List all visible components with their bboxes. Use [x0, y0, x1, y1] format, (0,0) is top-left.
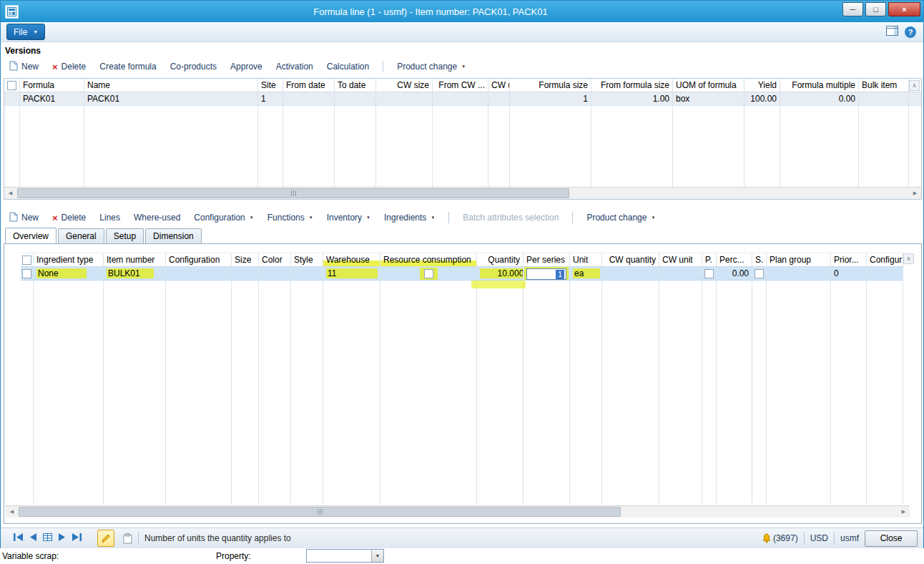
scroll-up-icon[interactable]: ∧	[909, 80, 920, 91]
cell-color[interactable]	[259, 267, 291, 281]
cell-size[interactable]	[232, 267, 259, 281]
cell-from-date[interactable]	[283, 92, 335, 106]
cell-formula[interactable]: PACK01	[20, 92, 84, 106]
col-uom-of-formula[interactable]: UOM of formula	[673, 79, 744, 92]
scroll-left-icon[interactable]: ◀	[4, 188, 16, 199]
per-series-input[interactable]: 1	[526, 268, 566, 280]
layout-icon[interactable]	[886, 26, 898, 38]
col-configur[interactable]: Configur...	[867, 253, 903, 267]
col-from-date[interactable]: From date	[283, 79, 335, 92]
scroll-up-icon[interactable]: ∧	[903, 253, 914, 264]
cell-warehouse[interactable]: 11	[323, 267, 380, 281]
close-button[interactable]: Close	[865, 530, 918, 547]
resource-consumption-checkbox[interactable]	[424, 269, 433, 278]
scrollbar-thumb[interactable]	[19, 507, 621, 517]
versions-row[interactable]: PACK01 PACK01 1 1 1.00 box 100.00 0.00	[4, 92, 921, 106]
alerts-button[interactable]: (3697)	[762, 533, 798, 543]
col-size[interactable]: Size	[232, 253, 259, 267]
select-all-checkbox[interactable]	[7, 81, 16, 90]
lines-button[interactable]: Lines	[99, 213, 120, 223]
col-cw-unit[interactable]: CW unit	[659, 253, 702, 267]
p-checkbox[interactable]	[704, 269, 714, 278]
minimize-button[interactable]: ─	[842, 2, 863, 16]
cell-resource-consumption[interactable]	[380, 267, 477, 281]
cell-cw-quantity[interactable]	[602, 267, 659, 281]
tab-general[interactable]: General	[58, 228, 104, 243]
row-checkbox[interactable]	[22, 269, 31, 278]
first-record-icon[interactable]	[14, 533, 24, 543]
cell-ingredient-type[interactable]: None	[34, 267, 104, 281]
cell-plan-group[interactable]	[767, 267, 831, 281]
cell-uom-of-formula[interactable]: box	[673, 92, 744, 106]
company-indicator[interactable]: usmf	[840, 533, 859, 543]
col-from-cw[interactable]: From CW ...	[433, 79, 488, 92]
col-priority[interactable]: Prior...	[831, 253, 867, 267]
cell-unit[interactable]: ea	[570, 267, 602, 281]
grid-view-icon[interactable]	[43, 533, 52, 543]
scroll-right-icon[interactable]: ▶	[898, 506, 910, 517]
cell-formula-size[interactable]: 1	[510, 92, 591, 106]
tab-setup[interactable]: Setup	[106, 228, 144, 243]
col-item-number[interactable]: Item number	[104, 253, 166, 267]
cell-p[interactable]	[702, 267, 717, 281]
col-configuration[interactable]: Configuration	[166, 253, 232, 267]
cell-bulk-item[interactable]	[859, 92, 909, 106]
close-window-button[interactable]: ×	[888, 2, 920, 16]
col-cw-size[interactable]: CW size	[376, 79, 433, 92]
versions-horizontal-scrollbar[interactable]: ◀ ▶	[4, 187, 921, 199]
col-color[interactable]: Color	[259, 253, 291, 267]
col-percentage[interactable]: Perc...	[717, 253, 752, 267]
cell-item-number[interactable]: BULK01	[104, 267, 166, 281]
property-select[interactable]: ▼	[306, 549, 384, 563]
help-icon[interactable]: ?	[905, 26, 916, 38]
activation-button[interactable]: Activation	[276, 62, 313, 72]
cell-site[interactable]: 1	[258, 92, 283, 106]
paste-button[interactable]	[123, 533, 132, 544]
col-quantity[interactable]: Quantity	[477, 253, 524, 267]
cell-from-formula-size[interactable]: 1.00	[591, 92, 673, 106]
cell-per-series[interactable]: 1	[524, 267, 570, 281]
scroll-left-icon[interactable]: ◀	[6, 506, 18, 517]
col-formula-multiple[interactable]: Formula multiple	[780, 79, 859, 92]
col-name[interactable]: Name	[84, 79, 258, 92]
cell-cw-size[interactable]	[376, 92, 433, 106]
col-formula[interactable]: Formula	[20, 79, 84, 92]
cell-quantity[interactable]: 10.0000	[477, 267, 524, 281]
previous-record-icon[interactable]	[29, 533, 37, 543]
product-change-menu-button[interactable]: Product change ▼	[586, 213, 655, 223]
cell-style[interactable]	[291, 267, 323, 281]
new-line-button[interactable]: New	[9, 212, 39, 224]
col-p[interactable]: P.	[702, 253, 717, 267]
currency-indicator[interactable]: USD	[810, 533, 828, 543]
col-yield[interactable]: Yield	[744, 79, 780, 92]
inventory-menu-button[interactable]: Inventory ▼	[327, 213, 370, 223]
cell-s[interactable]	[752, 267, 767, 281]
cell-from-cw[interactable]	[433, 92, 488, 106]
product-change-menu-button[interactable]: Product change ▼	[397, 62, 466, 72]
col-s[interactable]: S.	[752, 253, 767, 267]
scroll-right-icon[interactable]: ▶	[909, 188, 921, 199]
create-formula-button[interactable]: Create formula	[99, 62, 156, 72]
col-plan-group[interactable]: Plan group	[767, 253, 831, 267]
delete-line-button[interactable]: × Delete	[52, 213, 86, 223]
s-checkbox[interactable]	[755, 269, 764, 278]
cell-name[interactable]: PACK01	[84, 92, 258, 106]
col-to-date[interactable]: To date	[335, 79, 376, 92]
approve-button[interactable]: Approve	[230, 62, 262, 72]
ingredients-menu-button[interactable]: Ingredients ▼	[384, 213, 435, 223]
cell-configur[interactable]	[867, 267, 903, 281]
cell-cw-unit[interactable]	[659, 267, 702, 281]
col-from-formula-size[interactable]: From formula size	[591, 79, 673, 92]
col-formula-size[interactable]: Formula size	[510, 79, 591, 92]
functions-menu-button[interactable]: Functions ▼	[267, 213, 313, 223]
where-used-button[interactable]: Where-used	[134, 213, 180, 223]
lines-row[interactable]: None BULK01 11 10.0000 1 ea 0.00 0	[21, 267, 903, 281]
last-record-icon[interactable]	[72, 533, 82, 543]
tab-dimension[interactable]: Dimension	[145, 228, 202, 243]
scrollbar-thumb[interactable]	[17, 188, 569, 198]
cell-yield[interactable]: 100.00	[744, 92, 780, 106]
col-per-series[interactable]: Per series	[524, 253, 570, 267]
combo-dropdown-icon[interactable]: ▼	[371, 550, 383, 562]
col-bulk-item[interactable]: Bulk item	[859, 79, 909, 92]
col-cw-quantity[interactable]: CW quantity	[602, 253, 659, 267]
